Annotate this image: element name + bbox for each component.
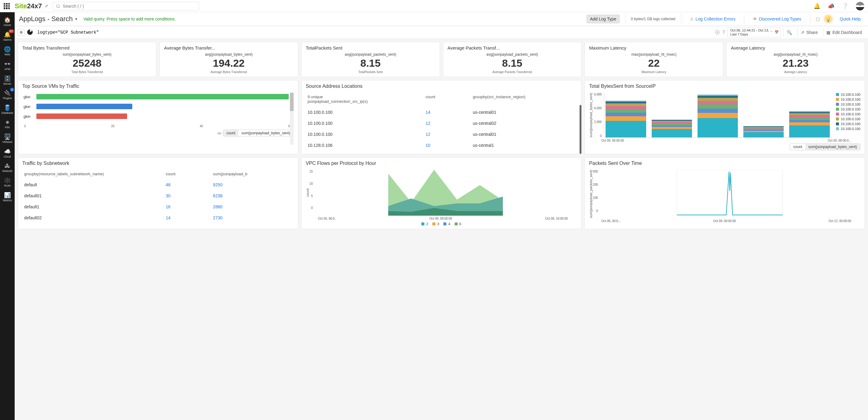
sidebar-item-home[interactable]: 🏠Home	[1, 15, 14, 28]
sidebar-item-web[interactable]: 🌐Web	[1, 44, 14, 57]
legend-item[interactable]: 10.100.0.100	[836, 93, 860, 96]
settings-list-icon[interactable]: ⚙	[18, 29, 25, 36]
avatar[interactable]	[856, 2, 864, 10]
bell-icon[interactable]: 🔔	[814, 3, 820, 9]
stat-value: 25248	[22, 57, 152, 69]
pie-chart-icon[interactable]	[27, 29, 33, 36]
logo[interactable]: Site24x7 ⤢	[15, 2, 48, 10]
legend-item[interactable]: 4	[443, 222, 450, 226]
help-icon[interactable]: ❔	[842, 3, 848, 9]
metric-toggle[interactable]: count sum(jsonpayload_bytes_sent)	[790, 143, 860, 150]
server-icon: 🗄️	[4, 75, 11, 82]
table-row: default1162880	[22, 201, 293, 212]
badge: 87	[8, 29, 14, 33]
query-help-icon[interactable]: ?	[722, 30, 725, 35]
date-range-picker[interactable]: Oct 06, 12:44:21 - Oct 13, ... Last 7 Da…	[727, 28, 781, 37]
discovered-log-types-link[interactable]: 👁Discovered Log Types	[750, 15, 804, 23]
scrollbar[interactable]	[580, 105, 581, 154]
clear-query-icon[interactable]: ⓧ	[715, 29, 720, 36]
stat-title: Total Bytes Transferred	[22, 45, 152, 51]
sidebar-item-cloud[interactable]: ☁️Cloud	[1, 146, 14, 160]
widget-title: Top Source VMs by Traffic	[22, 84, 293, 89]
widget-title: VPC Flows per Protocol by Hour	[306, 161, 577, 166]
legend-item[interactable]: 10.100.0.100	[836, 112, 860, 116]
stat-sub: Average Latency	[731, 71, 860, 74]
chevron-down-icon[interactable]: ▼	[74, 17, 78, 21]
toggle-count[interactable]: count	[223, 130, 238, 136]
metric-toggle[interactable]: count sum(jsonpayload_bytes_sent)	[223, 130, 293, 136]
cell-count[interactable]: 30	[166, 193, 213, 198]
sidebar-item-plugins[interactable]: 🔌Plugins1	[1, 88, 14, 101]
stat-cards-row: Total Bytes Transferredsum(jsonpayload_b…	[18, 42, 865, 77]
cell-count[interactable]: 12	[426, 132, 473, 137]
stat-expr: avg(jsonpayload_rtt_msec)	[731, 52, 860, 57]
legend-item[interactable]: 10.100.0.100	[836, 97, 860, 101]
box-icon[interactable]: ▢	[816, 17, 820, 21]
stat-sub: Total Bytes Transferred	[22, 71, 152, 74]
legend-item[interactable]: 10.100.0.100	[836, 107, 860, 111]
legend-item[interactable]: 2	[421, 222, 428, 226]
sidebar-item-database[interactable]: 🛢️Database	[1, 103, 14, 116]
sidebar-item-server[interactable]: 🗄️Server	[1, 74, 14, 87]
cell-count[interactable]: 48	[166, 182, 213, 187]
log-collection-errors-link[interactable]: ⚠Log Collection Errors	[687, 15, 739, 23]
scrollbar[interactable]	[290, 93, 293, 145]
legend-item[interactable]: 10.100.0.100	[836, 127, 860, 131]
legend-item[interactable]: 3	[432, 222, 439, 226]
grid-icon: ▦	[827, 30, 830, 35]
y-axis-label: sum(jsonpayload_bytes_sent)	[589, 93, 593, 137]
sidebar-item-label: Home	[4, 24, 11, 27]
divider	[681, 15, 681, 24]
cell-count[interactable]: 14	[426, 110, 473, 115]
sidebar-item-vmware[interactable]: 🖥️VMware	[1, 132, 14, 145]
legend-item[interactable]: 10.100.0.100	[836, 103, 860, 106]
packets-over-time-card: Packets Sent Over Time sum(jsonpayload_p…	[585, 157, 865, 229]
search-button[interactable]: 🔍	[783, 28, 795, 37]
sidebar-item-apm[interactable]: 👓APM	[1, 59, 14, 72]
cell-count[interactable]: 14	[166, 215, 213, 220]
announce-icon[interactable]: 📣	[828, 3, 834, 9]
idea-lightbulb-icon[interactable]: 💡	[824, 14, 833, 24]
sidebar-item-k8s[interactable]: ⎈K8s	[1, 117, 14, 130]
vpc-flows-card: VPC Flows per Protocol by Hour count 151…	[301, 157, 582, 229]
cell-sum[interactable]: 2730	[213, 215, 292, 220]
cell-sum[interactable]: 2880	[213, 204, 292, 209]
sidebar-item-alarms[interactable]: 🔔Alarms87	[1, 29, 14, 43]
hbar-label: gke-	[24, 94, 34, 99]
network-icon: 🖧	[5, 163, 10, 169]
cell-sum[interactable]: 6238	[213, 193, 292, 198]
apps-grid-icon[interactable]	[4, 3, 10, 9]
sidebar-item-rum[interactable]: 🕸️RUM	[1, 175, 14, 189]
main-content: AppLogs - Search ▼ Valid query. Press sp…	[15, 12, 868, 420]
edit-dashboard-button[interactable]: ▦Edit Dashboard	[823, 28, 865, 37]
share-button[interactable]: ↗Share	[798, 28, 820, 37]
expand-icon[interactable]: ⤢	[45, 4, 48, 8]
table-row: 10.100.0.10014us-central01	[306, 107, 577, 118]
legend-item[interactable]: 6	[455, 222, 461, 226]
cell-count[interactable]: 10	[426, 143, 473, 148]
cell-count[interactable]: 16	[166, 204, 213, 209]
quick-help-link[interactable]: Quick Help	[837, 15, 864, 23]
stat-sub: Maximum Latency	[589, 71, 719, 74]
stat-card: Average Packets Transf...avg(jsonpayload…	[443, 42, 582, 77]
hbar-label: gke-	[24, 114, 34, 119]
warning-icon: ⚠	[690, 17, 694, 21]
sidebar-item-network[interactable]: 🖧Network	[1, 161, 14, 174]
cell-ip: 10.100.0.100	[308, 132, 426, 137]
legend-item[interactable]: 10.100.0.100	[836, 122, 860, 126]
stat-card: Average Bytes Transfer...avg(jsonpayload…	[159, 42, 298, 77]
sidebar-item-metrics[interactable]: 📊Metrics	[1, 190, 14, 203]
cell-count[interactable]: 12	[426, 121, 473, 126]
toggle-count[interactable]: count	[790, 144, 805, 150]
stacked-bar	[698, 94, 738, 137]
add-log-type-button[interactable]: Add Log Type	[587, 15, 620, 23]
cell-sum[interactable]: 9250	[213, 182, 292, 187]
page-title[interactable]: AppLogs - Search ▼	[19, 15, 78, 23]
toggle-sum[interactable]: sum(jsonpayload_bytes_sent)	[238, 130, 293, 136]
query-input[interactable]	[35, 28, 712, 37]
search-input[interactable]	[53, 2, 199, 10]
top-bar: Site24x7 ⤢ 🔔 📣 ❔	[0, 0, 868, 12]
toggle-sum[interactable]: sum(jsonpayload_bytes_sent)	[805, 144, 860, 150]
stat-value: 194.22	[164, 57, 293, 69]
legend-item[interactable]: 10.100.0.100	[836, 117, 860, 121]
